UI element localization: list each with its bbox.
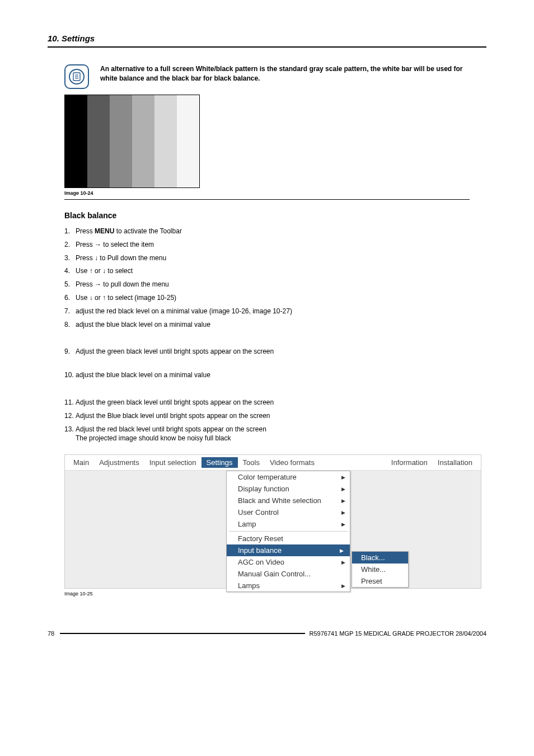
menu-item-adjustments[interactable]: Adjustments [94,457,144,468]
menu-screenshot: Main Adjustments Input selection Setting… [64,454,481,589]
submenu-arrow-icon: ▶ [341,560,345,565]
step: Press → to pull down the menu [64,280,486,289]
menu-item-tools[interactable]: Tools [238,457,265,468]
dropdown-item-user-control[interactable]: User Control▶ [227,506,350,518]
page-footer: 78 R5976741 MGP 15 MEDICAL GRADE PROJECT… [48,630,486,637]
step-note: The projected image should know be noisy… [76,434,231,442]
menu-item-information[interactable]: Information [386,457,433,468]
step: Adjust the red black level until bright … [64,425,486,444]
menu-item-input-selection[interactable]: Input selection [144,457,202,468]
note-block: An alternative to a full screen White/bl… [64,64,470,89]
step: Press → to select the item [64,240,486,250]
dropdown-item-input-balance[interactable]: Input balance▶ [227,544,350,556]
step-text: to activate the Toolbar [114,227,182,235]
page-number: 78 [48,630,60,637]
step-text: Press → to pull down the menu [76,280,486,289]
menu-item-main[interactable]: Main [68,457,94,468]
dropdown-item-agc-on-video[interactable]: AGC on Video▶ [227,556,350,568]
menu-item-settings[interactable]: Settings [202,457,238,468]
grayscale-pattern [64,95,200,188]
steps-list: adjust the blue black level on a minimal… [64,370,486,380]
grayscale-bar [65,95,87,187]
note-text: An alternative to a full screen White/bl… [100,64,470,83]
step: adjust the red black level on a minimal … [64,307,486,316]
step: Adjust the green black level until brigh… [64,347,486,356]
note-icon [64,64,89,89]
section-title: Black balance [64,211,486,220]
submenu-arrow-icon: ▶ [341,510,345,515]
step-text: adjust the blue black level on a minimal… [76,320,486,330]
input-balance-submenu: Black... White... Preset [352,551,409,588]
step: Use ↓ or ↑ to select (image 10-25) [64,293,486,303]
page-header: 10. Settings [48,34,486,43]
step-text: Adjust the red black level until bright … [76,425,266,433]
step: Adjust the Blue black level until bright… [64,411,486,421]
step: Press ↓ to Pull down the menu [64,253,486,263]
submenu-arrow-icon: ▶ [341,583,345,589]
submenu-arrow-icon: ▶ [341,475,345,480]
submenu-item-black[interactable]: Black... [352,552,408,564]
step-bold: MENU [95,227,114,235]
step: adjust the blue black level on a minimal… [64,370,486,380]
submenu-arrow-icon: ▶ [341,498,345,504]
grayscale-bar [154,95,177,187]
step: adjust the blue black level on a minimal… [64,320,486,330]
step-text: Adjust the green black level until brigh… [76,398,486,407]
grayscale-bar [177,95,199,187]
submenu-arrow-icon: ▶ [338,547,345,554]
steps-list: Adjust the green black level until brigh… [64,398,486,443]
dropdown-item-bw-selection[interactable]: Black and White selection▶ [227,495,350,506]
step: Use ↑ or ↓ to select [64,266,486,276]
submenu-arrow-icon: ▶ [341,522,345,527]
menu-item-video-formats[interactable]: Video formats [265,457,320,468]
footer-rule [60,633,305,634]
step-text: Press → to select the item [76,240,486,250]
menu-item-installation[interactable]: Installation [433,457,477,468]
step-text: Press ↓ to Pull down the menu [76,253,486,263]
step-text: Adjust the Blue black level until bright… [76,411,486,421]
settings-dropdown: Color temperature▶ Display function▶ Bla… [226,471,350,592]
step-text: adjust the blue black level on a minimal… [76,370,486,380]
image-caption: Image 10-24 [64,190,486,196]
dropdown-separator [229,531,348,532]
footer-text: R5976741 MGP 15 MEDICAL GRADE PROJECTOR … [310,630,487,637]
step-text: Use ↓ or ↑ to select (image 10-25) [76,293,486,303]
submenu-item-white[interactable]: White... [352,564,408,575]
dropdown-item-lamps[interactable]: Lamps▶ [227,580,350,591]
step-text: Use ↑ or ↓ to select [76,266,486,276]
step: Press MENU to activate the Toolbar [64,227,486,236]
step-text: adjust the red black level on a minimal … [76,307,486,316]
header-rule [48,46,486,48]
dropdown-item-manual-gain[interactable]: Manual Gain Control... [227,568,350,580]
submenu-item-preset[interactable]: Preset [352,575,408,587]
document-icon [69,69,85,84]
step-text: Adjust the green black level until brigh… [76,347,486,356]
dropdown-item-lamp[interactable]: Lamp▶ [227,518,350,530]
menu-body: Color temperature▶ Display function▶ Bla… [65,471,481,588]
dropdown-item-color-temperature[interactable]: Color temperature▶ [227,471,350,483]
dropdown-item-display-function[interactable]: Display function▶ [227,483,350,495]
dropdown-item-factory-reset[interactable]: Factory Reset [227,533,350,544]
section-rule [64,199,470,200]
submenu-arrow-icon: ▶ [341,486,345,492]
grayscale-bar [132,95,154,187]
steps-list: Adjust the green black level until brigh… [64,347,486,356]
step: Adjust the green black level until brigh… [64,398,486,407]
grayscale-bar [87,95,110,187]
steps-list: Press MENU to activate the Toolbar Press… [64,227,486,329]
grayscale-bar [110,95,132,187]
step-text: Press [76,227,95,235]
menu-bar: Main Adjustments Input selection Setting… [65,455,481,471]
